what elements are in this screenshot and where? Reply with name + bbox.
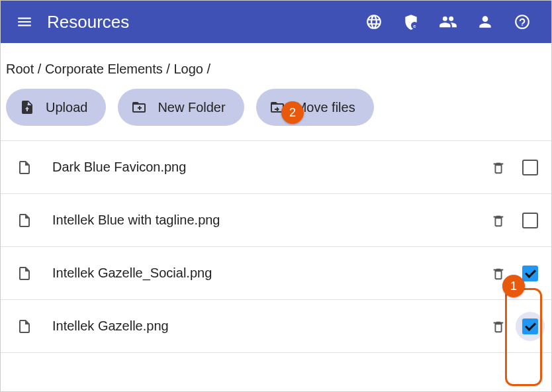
page-title: Resources [47,12,129,32]
file-list: Dark Blue Favicon.png Intellek Blue with… [1,140,551,353]
upload-icon [19,99,35,115]
breadcrumb-root[interactable]: Root [6,62,34,76]
upload-button[interactable]: Upload [6,89,106,126]
move-files-button[interactable]: Move files [256,89,374,126]
callout-2: 2 [281,101,304,124]
action-bar: Upload New Folder Move files [1,89,551,140]
select-checkbox[interactable] [522,266,538,281]
file-name: Intellek Gazelle_Social.png [52,266,485,281]
breadcrumb: Root / Corporate Elements / Logo / [1,43,551,89]
help-icon [514,13,531,30]
shield-button[interactable]: e [395,6,427,38]
person-icon [477,13,494,30]
delete-button[interactable] [485,207,512,234]
new-folder-icon [131,99,147,115]
file-icon [17,266,43,281]
file-icon [17,318,43,334]
globe-icon [365,13,383,30]
file-icon [17,160,43,175]
app-bar: Resources e [1,1,551,43]
file-name: Intellek Gazelle.png [52,318,485,334]
file-row[interactable]: Intellek Gazelle_Social.png [1,247,551,300]
move-files-label: Move files [296,100,355,115]
callout-1: 1 [502,275,525,297]
select-checkbox[interactable] [522,213,538,228]
breadcrumb-logo[interactable]: Logo [173,62,203,76]
select-checkbox[interactable] [522,318,538,334]
new-folder-button[interactable]: New Folder [118,89,244,126]
new-folder-label: New Folder [158,100,225,115]
profile-button[interactable] [469,6,501,38]
svg-text:e: e [413,23,416,29]
help-button[interactable] [506,6,538,38]
file-name: Dark Blue Favicon.png [52,160,485,175]
file-row[interactable]: Intellek Blue with tagline.png [1,194,551,247]
breadcrumb-corporate[interactable]: Corporate Elements [45,62,163,76]
people-button[interactable] [432,6,464,38]
people-icon [439,13,457,31]
globe-button[interactable] [358,6,390,38]
delete-button[interactable] [485,313,512,340]
file-row[interactable]: Intellek Gazelle.png [1,300,551,353]
menu-button[interactable] [11,9,38,35]
delete-button[interactable] [485,154,512,181]
file-icon [17,213,43,228]
shield-icon: e [402,13,420,30]
file-name: Intellek Blue with tagline.png [52,213,485,228]
hamburger-icon [16,13,33,30]
upload-label: Upload [46,100,87,115]
file-row[interactable]: Dark Blue Favicon.png [1,141,551,194]
select-checkbox[interactable] [522,160,538,175]
